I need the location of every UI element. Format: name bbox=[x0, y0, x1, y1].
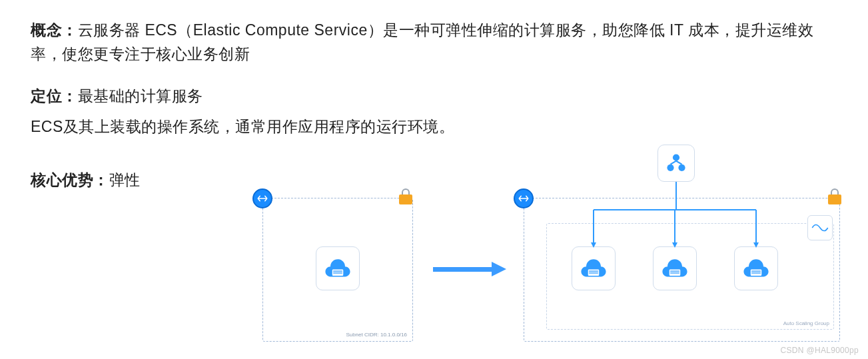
lock-icon bbox=[399, 188, 412, 204]
position-text: 最基础的计算服务 bbox=[78, 87, 203, 105]
internet-gateway-icon bbox=[252, 188, 272, 208]
expand-arrow-icon bbox=[433, 262, 506, 276]
svg-rect-14 bbox=[751, 272, 761, 273]
svg-rect-11 bbox=[670, 272, 679, 273]
load-balancer-icon bbox=[657, 145, 695, 182]
svg-rect-2 bbox=[333, 272, 342, 273]
concept-label: 概念： bbox=[31, 21, 78, 39]
ecs-server-icon bbox=[572, 246, 616, 290]
svg-rect-10 bbox=[670, 270, 679, 271]
ecs-server-icon bbox=[734, 246, 778, 290]
ecs-server-icon bbox=[316, 246, 360, 290]
concept-text: 云服务器 ECS（Elastic Compute Service）是一种可弹性伸… bbox=[31, 21, 813, 63]
ecs-server-icon bbox=[653, 246, 697, 290]
svg-point-4 bbox=[667, 165, 673, 171]
internet-gateway-icon bbox=[514, 188, 534, 208]
svg-rect-1 bbox=[333, 270, 342, 271]
svg-point-5 bbox=[678, 165, 685, 171]
concept-paragraph: 概念：云服务器 ECS（Elastic Compute Service）是一种可… bbox=[31, 19, 844, 66]
position-label: 定位： bbox=[31, 87, 78, 105]
subnet-label-left: Subnet CIDR: 10.1.0.0/16 bbox=[346, 332, 407, 338]
svg-rect-7 bbox=[589, 270, 598, 271]
svg-point-3 bbox=[673, 154, 679, 161]
group-label: Auto Scaling Group bbox=[783, 320, 829, 326]
watermark: CSDN @HAL9000pp bbox=[781, 346, 859, 355]
scaling-wave-icon bbox=[807, 215, 833, 240]
architecture-diagram: Subnet CIDR: 10.1.0.0/16 Auto Scaling Gr… bbox=[0, 143, 868, 356]
lock-icon bbox=[828, 188, 841, 204]
svg-rect-8 bbox=[589, 272, 598, 273]
ecs-desc-paragraph: ECS及其上装载的操作系统，通常用作应用程序的运行环境。 bbox=[31, 115, 844, 139]
svg-rect-13 bbox=[751, 270, 761, 271]
position-paragraph: 定位：最基础的计算服务 bbox=[31, 85, 844, 109]
